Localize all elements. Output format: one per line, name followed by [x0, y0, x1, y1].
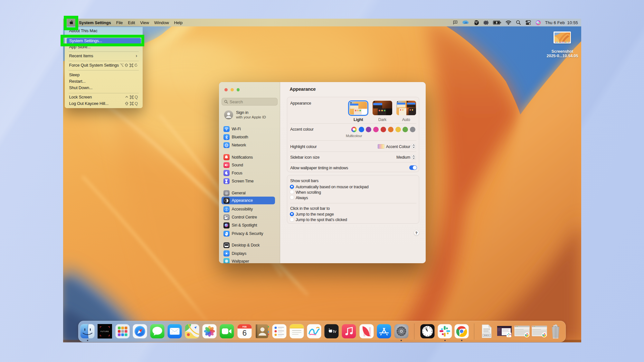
svg-text:FUTURE: FUTURE [101, 331, 109, 332]
svg-text:tv: tv [333, 329, 336, 333]
svg-text:DOCX: DOCX [484, 334, 489, 336]
svg-text:FEB: FEB [242, 325, 247, 328]
svg-text:6: 6 [242, 329, 246, 337]
